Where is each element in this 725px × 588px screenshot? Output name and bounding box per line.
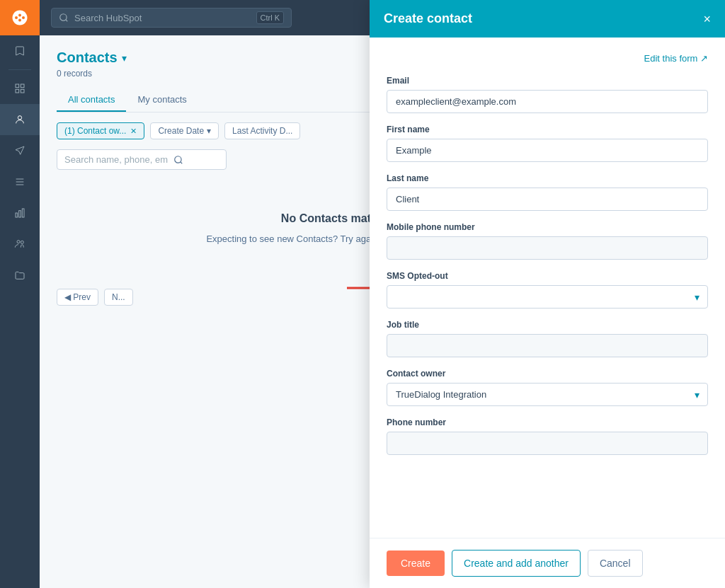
sms-opted-out-select[interactable]: Yes No bbox=[387, 285, 708, 309]
svg-rect-8 bbox=[16, 213, 18, 217]
svg-point-12 bbox=[21, 241, 23, 243]
job-title-label: Job title bbox=[387, 320, 708, 330]
job-title-group: Job title bbox=[387, 320, 708, 357]
svg-rect-3 bbox=[21, 89, 24, 93]
page-title-chevron[interactable]: ▾ bbox=[122, 52, 127, 64]
sidebar bbox=[0, 0, 40, 588]
email-label: Email bbox=[387, 76, 708, 86]
modal-header: Create contact × bbox=[370, 0, 725, 38]
phone-number-field[interactable] bbox=[387, 432, 708, 455]
create-contact-modal: Create contact × Edit this form ↗ Email … bbox=[370, 0, 725, 588]
create-button[interactable]: Create bbox=[387, 550, 445, 576]
mobile-phone-group: Mobile phone number bbox=[387, 222, 708, 260]
last-name-group: Last name bbox=[387, 173, 708, 211]
svg-rect-0 bbox=[16, 84, 19, 88]
page-title: Contacts bbox=[57, 50, 118, 66]
sidebar-item-contacts[interactable] bbox=[0, 104, 40, 135]
next-button[interactable]: N... bbox=[104, 289, 133, 306]
sidebar-item-people[interactable] bbox=[0, 229, 40, 260]
svg-rect-10 bbox=[22, 209, 24, 217]
edit-form-link-row: Edit this form ↗ bbox=[387, 52, 708, 64]
svg-rect-9 bbox=[19, 211, 21, 217]
email-group: Email bbox=[387, 76, 708, 113]
svg-point-4 bbox=[18, 116, 21, 120]
search-icon bbox=[59, 13, 69, 23]
svg-line-14 bbox=[66, 20, 68, 22]
global-search-bar[interactable]: Ctrl K bbox=[51, 8, 292, 28]
contacts-search-placeholder: Search name, phone, em bbox=[64, 154, 168, 165]
edit-form-link[interactable]: Edit this form ↗ bbox=[644, 53, 708, 64]
contact-owner-group: Contact owner TrueDialog Integration bbox=[387, 369, 708, 406]
modal-close-button[interactable]: × bbox=[703, 13, 711, 25]
search-shortcut: Ctrl K bbox=[256, 11, 285, 24]
filter-create-date[interactable]: Create Date ▾ bbox=[150, 122, 219, 139]
first-name-field[interactable] bbox=[387, 139, 708, 162]
first-name-group: First name bbox=[387, 125, 708, 162]
sms-opted-out-wrapper: Yes No bbox=[387, 285, 708, 309]
filter-last-activity[interactable]: Last Activity D... bbox=[224, 122, 300, 139]
sidebar-item-marketing[interactable] bbox=[0, 135, 40, 166]
contact-owner-label: Contact owner bbox=[387, 369, 708, 379]
create-and-add-button[interactable]: Create and add another bbox=[452, 550, 581, 577]
tab-all-contacts[interactable]: All contacts bbox=[57, 88, 126, 112]
svg-point-15 bbox=[175, 156, 181, 162]
svg-line-16 bbox=[181, 161, 183, 163]
sms-opted-out-label: SMS Opted-out bbox=[387, 271, 708, 281]
job-title-field[interactable] bbox=[387, 334, 708, 357]
mobile-phone-label: Mobile phone number bbox=[387, 222, 708, 232]
modal-footer: Create Create and add another Cancel bbox=[370, 538, 725, 588]
contacts-search[interactable]: Search name, phone, em bbox=[57, 149, 227, 170]
hubspot-logo[interactable] bbox=[0, 0, 40, 35]
cancel-button[interactable]: Cancel bbox=[588, 550, 643, 577]
last-name-label: Last name bbox=[387, 173, 708, 183]
sidebar-item-reports[interactable] bbox=[0, 197, 40, 229]
svg-point-13 bbox=[60, 14, 67, 21]
contact-owner-select[interactable]: TrueDialog Integration bbox=[387, 383, 708, 406]
mobile-phone-field[interactable] bbox=[387, 236, 708, 260]
filter-chevron: ▾ bbox=[207, 126, 211, 136]
first-name-label: First name bbox=[387, 125, 708, 134]
phone-number-group: Phone number bbox=[387, 417, 708, 455]
svg-point-11 bbox=[17, 241, 20, 243]
filter-contact-owner-remove[interactable]: ✕ bbox=[130, 127, 137, 136]
phone-number-label: Phone number bbox=[387, 417, 708, 427]
sidebar-divider bbox=[8, 69, 31, 70]
last-name-field[interactable] bbox=[387, 188, 708, 211]
modal-body: Edit this form ↗ Email First name Last n… bbox=[370, 38, 725, 538]
sidebar-item-lists[interactable] bbox=[0, 166, 40, 197]
email-field[interactable] bbox=[387, 90, 708, 113]
sms-opted-out-group: SMS Opted-out Yes No bbox=[387, 271, 708, 309]
search-input[interactable] bbox=[74, 13, 251, 23]
contacts-search-icon bbox=[173, 155, 183, 165]
filter-contact-owner[interactable]: (1) Contact ow... ✕ bbox=[57, 122, 144, 139]
sidebar-item-bookmark[interactable] bbox=[0, 35, 40, 67]
filter-contact-owner-label: (1) Contact ow... bbox=[64, 126, 126, 136]
svg-rect-2 bbox=[16, 89, 19, 93]
prev-button[interactable]: ◀ Prev bbox=[57, 289, 98, 306]
svg-rect-1 bbox=[21, 84, 24, 88]
sidebar-item-dashboard[interactable] bbox=[0, 73, 40, 104]
contact-owner-wrapper: TrueDialog Integration bbox=[387, 383, 708, 406]
sidebar-item-folder[interactable] bbox=[0, 260, 40, 291]
tab-my-contacts[interactable]: My contacts bbox=[126, 88, 198, 112]
modal-title: Create contact bbox=[384, 11, 472, 26]
